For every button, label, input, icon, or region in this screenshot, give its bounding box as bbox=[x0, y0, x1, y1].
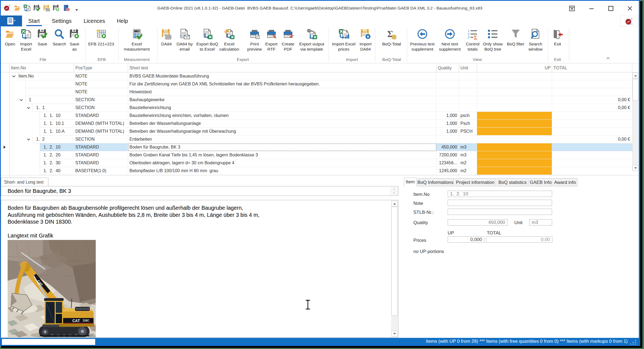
ribbon-button-exit[interactable]: Exit bbox=[552, 28, 564, 47]
cell-quantity[interactable] bbox=[436, 135, 459, 143]
cell-item-no[interactable]: 1. 2. 20 bbox=[44, 151, 60, 159]
cell-up[interactable] bbox=[477, 120, 552, 128]
grid-row[interactable]: 1. 2 SECTION Erdarbeiten 0,00 € bbox=[1, 135, 632, 143]
ribbon-display-options-button[interactable] bbox=[569, 6, 575, 11]
tree-expand-chevron-icon[interactable] bbox=[27, 106, 30, 110]
field-total-price[interactable]: 0,00 bbox=[486, 236, 552, 243]
cell-item-no[interactable]: 1. 2. 10 bbox=[44, 143, 60, 151]
cell-quantity[interactable]: 1245,000 bbox=[436, 167, 459, 175]
tab-project-information[interactable]: Project information bbox=[454, 178, 496, 186]
cell-unit[interactable]: Psch bbox=[459, 120, 477, 128]
ribbon-button-search[interactable]: Search window bbox=[527, 28, 544, 52]
cell-up[interactable] bbox=[477, 96, 552, 104]
ribbon-button-export-boq[interactable]: Export BoQ to Excel bbox=[194, 28, 220, 52]
cell-item-no[interactable]: 1. 1. 10 bbox=[44, 112, 60, 120]
cell-total[interactable] bbox=[552, 112, 632, 120]
cell-unit[interactable]: psch bbox=[459, 112, 477, 120]
cell-item-no[interactable]: 1. 2. 30 bbox=[44, 159, 60, 167]
cell-short-text[interactable]: Baustelleneinrichtung einrichten, vorhal… bbox=[128, 112, 436, 120]
cell-short-text[interactable]: Betreiben der Wasserhaltungsanlage mit Ü… bbox=[128, 128, 436, 135]
cell-unit[interactable]: PSCH bbox=[459, 128, 477, 135]
cell-up[interactable] bbox=[477, 104, 552, 112]
cell-quantity[interactable]: 1,000 bbox=[436, 120, 459, 128]
grid-header-pos[interactable]: PosType bbox=[74, 64, 128, 72]
ribbon-button-excel[interactable]: 0Excel measurement bbox=[121, 28, 153, 52]
cell-pos-type[interactable]: SECTION bbox=[74, 96, 128, 104]
maximize-button[interactable] bbox=[608, 6, 614, 11]
cell-total[interactable] bbox=[552, 72, 632, 80]
grid-vscrollbar[interactable] bbox=[632, 72, 638, 171]
cell-quantity[interactable] bbox=[436, 72, 459, 80]
cell-unit[interactable]: m3 bbox=[459, 143, 477, 151]
tree-expand-chevron-icon[interactable] bbox=[19, 98, 23, 102]
cell-unit[interactable] bbox=[459, 104, 477, 112]
tab-short-and-long-text[interactable]: Short- and Long text bbox=[1, 178, 48, 187]
cell-short-text[interactable]: Baustelleneinrichtung bbox=[128, 104, 436, 112]
spin-up-button[interactable] bbox=[391, 187, 398, 191]
ribbon-button-previous-text[interactable]: Previous text supplement bbox=[408, 28, 436, 52]
grid-header-item[interactable]: Item.No bbox=[10, 64, 74, 72]
field-item-no[interactable]: 1. 2. 10 bbox=[448, 191, 552, 197]
ribbon-button-export[interactable]: Export RTF bbox=[264, 28, 279, 52]
menu-tab-licences[interactable]: Licences bbox=[83, 16, 106, 26]
tree-expand-chevron-icon[interactable] bbox=[12, 75, 16, 78]
cell-short-text[interactable]: Oberboden abtragen, lagern d= 30 cm Bode… bbox=[128, 159, 436, 167]
menu-tab-start[interactable]: Start bbox=[28, 16, 40, 26]
ribbon-button-import-excel[interactable]: Import Excel prices bbox=[330, 28, 357, 52]
short-text-spinner[interactable] bbox=[391, 187, 398, 195]
cell-pos-type[interactable]: DEMAND (WITH TOTAL) bbox=[74, 120, 128, 128]
short-text-input[interactable]: Boden für Baugrube, BK 3 bbox=[1, 186, 398, 196]
ribbon-button-print[interactable]: Print preview bbox=[246, 28, 264, 52]
collapse-ribbon-button[interactable] bbox=[606, 55, 610, 61]
cell-total[interactable] bbox=[552, 120, 632, 128]
field-note[interactable] bbox=[448, 200, 552, 206]
grid-header-qty[interactable]: Quatity bbox=[436, 64, 459, 72]
cell-total[interactable]: 0,00 € bbox=[552, 96, 632, 104]
cell-short-text[interactable]: Für die Zertifizierung von GAEB DA XML S… bbox=[128, 80, 436, 88]
ribbon-button-only-show[interactable]: Only show BoQ tree bbox=[481, 28, 504, 52]
cell-pos-type[interactable]: NOTE bbox=[74, 80, 128, 88]
resize-grip-icon[interactable] bbox=[630, 339, 637, 346]
grid-row[interactable]: 1. 1. 10.1 DEMAND (WITH TOTAL) Betreiben… bbox=[1, 120, 632, 128]
cell-pos-type[interactable]: STANDARD bbox=[74, 143, 128, 151]
cell-quantity[interactable]: 123456... bbox=[436, 159, 459, 167]
ribbon-button-boq-filter[interactable]: BoQ filter bbox=[506, 28, 525, 47]
cell-pos-type[interactable]: BASEITEM(1.0) bbox=[74, 167, 128, 175]
ribbon-button-export-output[interactable]: Export output via template bbox=[296, 28, 327, 52]
cell-quantity[interactable]: 1,000 bbox=[436, 112, 459, 120]
cell-unit[interactable]: m3 bbox=[459, 151, 477, 159]
cell-pos-type[interactable]: DEMAND (WITH TOTAL) bbox=[74, 128, 128, 135]
tree-expand-chevron-icon[interactable] bbox=[27, 138, 30, 141]
application-menu-button[interactable] bbox=[1, 16, 22, 26]
grid-header-short[interactable]: Short text bbox=[128, 64, 436, 72]
scroll-down-button[interactable] bbox=[391, 331, 398, 336]
scroll-thumb[interactable] bbox=[391, 207, 398, 316]
scroll-up-button[interactable] bbox=[633, 73, 638, 78]
cell-item-no[interactable]: Item.No bbox=[18, 72, 34, 80]
cell-quantity[interactable]: 7200,000 bbox=[436, 151, 459, 159]
tab-boq-statistics[interactable]: BoQ statistics bbox=[497, 178, 529, 186]
spin-down-button[interactable] bbox=[391, 191, 398, 195]
grid-header-unit[interactable]: Unit bbox=[459, 64, 477, 72]
ribbon-button-control[interactable]: 123ΣControl totals bbox=[464, 28, 481, 52]
cell-total[interactable]: 0,00 € bbox=[552, 135, 632, 143]
ribbon-button-save[interactable]: Save as bbox=[68, 28, 81, 52]
grid-row[interactable]: 1. 1 SECTION Baustelleneinrichtung 0,00 … bbox=[1, 104, 632, 112]
ribbon-button-efb-221223[interactable]: EFB 221+223 bbox=[86, 28, 116, 47]
ribbon-button-excel[interactable]: Excel calculation bbox=[218, 28, 241, 52]
ribbon-button-boq-total[interactable]: ΣBoQ-Total bbox=[381, 28, 403, 47]
cell-up[interactable] bbox=[477, 167, 552, 175]
grid-row[interactable]: 1. 2. 30 STANDARD Oberboden abtragen, la… bbox=[1, 159, 632, 167]
ribbon-button-da84-by[interactable]: DA84 by email bbox=[175, 28, 194, 52]
cell-unit[interactable]: m2 bbox=[459, 159, 477, 167]
field-up-price[interactable]: 0,000 bbox=[448, 236, 484, 243]
cell-short-text[interactable]: Boden Graben Kanal Tiefe bis 1,45 m löse… bbox=[128, 151, 436, 159]
grid-header-total[interactable]: TOTAL bbox=[552, 64, 632, 72]
tab-boq-informations[interactable]: BoQ Informations bbox=[417, 178, 454, 186]
ribbon-button-da84[interactable]: DA84 bbox=[159, 28, 174, 47]
cell-item-no[interactable]: 1. 2 bbox=[36, 135, 45, 143]
cell-up[interactable] bbox=[477, 151, 552, 159]
cell-total[interactable] bbox=[552, 80, 632, 88]
grid-row[interactable]: 1. 1. 10.A DEMAND (WITH TOTAL) Betreiben… bbox=[1, 128, 632, 135]
scroll-thumb[interactable] bbox=[633, 79, 638, 101]
